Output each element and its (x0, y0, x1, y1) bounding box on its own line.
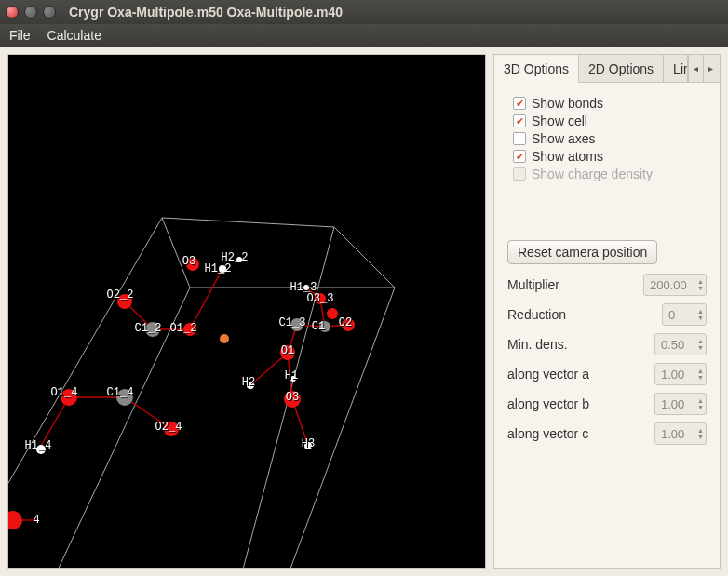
close-icon[interactable] (6, 6, 19, 19)
spinbox-value: 0.50 (661, 338, 694, 352)
tab-scroll-left-icon[interactable]: ◂ (688, 55, 703, 82)
atom-label: O3 (182, 255, 195, 268)
field-vector-a: along vector a 1.00 ▲▼ (507, 363, 707, 385)
menubar: File Calculate (0, 24, 728, 47)
atom-label: C1_3 (279, 316, 306, 329)
tab-scroll-right-icon[interactable]: ▸ (703, 55, 718, 82)
atom-label: H3 (302, 437, 315, 450)
checkbox-icon[interactable] (513, 150, 526, 163)
check-show-axes[interactable]: Show axes (507, 131, 707, 146)
atom-label: O2 (339, 316, 352, 329)
svg-line-2 (162, 218, 190, 288)
field-multiplier: Multiplier 200.00 ▲▼ (507, 274, 707, 296)
atom-label: H2_2 (222, 251, 249, 264)
field-vector-b: along vector b 1.00 ▲▼ (507, 393, 707, 415)
scene-svg (8, 55, 486, 569)
atom-label: O1_4 (51, 386, 78, 399)
panel-3d-body: Show bonds Show cell Show axes Show atom… (494, 83, 720, 465)
checkbox-icon[interactable] (513, 114, 526, 127)
titlebar: Crygr Oxa-Multipole.m50 Oxa-Multipole.m4… (0, 0, 728, 24)
tab-lines[interactable]: Lin (664, 55, 688, 82)
svg-line-0 (162, 218, 334, 227)
maximize-icon[interactable] (43, 6, 56, 19)
tab-3d-options[interactable]: 3D Options (494, 55, 579, 83)
check-label: Show cell (532, 114, 587, 128)
atom-label: O1_2 (170, 322, 197, 335)
mindens-spinbox[interactable]: 0.50 ▲▼ (654, 333, 707, 355)
check-show-charge-density: Show charge density (507, 167, 707, 181)
svg-line-1 (334, 227, 395, 288)
spin-arrows-icon[interactable]: ▲▼ (697, 308, 704, 321)
spinbox-value: 200.00 (650, 278, 694, 292)
spin-arrows-icon[interactable]: ▲▼ (697, 338, 704, 351)
spinbox-value: 1.00 (661, 427, 694, 441)
atom-label: O2_4 (155, 421, 182, 434)
check-label: Show charge density (532, 167, 653, 181)
menu-file[interactable]: File (9, 28, 31, 43)
atom-label: 4 (33, 514, 39, 527)
tabs: 3D Options 2D Options Lin ◂ ▸ (494, 55, 720, 83)
multiplier-spinbox[interactable]: 200.00 ▲▼ (643, 274, 707, 296)
spin-arrows-icon[interactable]: ▲▼ (697, 368, 704, 381)
spin-arrows-icon[interactable]: ▲▼ (697, 397, 704, 410)
field-min-dens: Min. dens. 0.50 ▲▼ (507, 333, 707, 355)
window-title: Crygr Oxa-Multipole.m50 Oxa-Multipole.m4… (69, 5, 343, 20)
check-show-bonds[interactable]: Show bonds (507, 96, 707, 111)
atom-label: O3 (286, 391, 299, 404)
spinbox-value: 0 (668, 308, 694, 322)
field-vector-c: along vector c 1.00 ▲▼ (507, 422, 707, 445)
atom-label: O2_2 (107, 288, 134, 301)
checkbox-icon (513, 167, 526, 181)
checkbox-icon[interactable] (513, 97, 526, 110)
field-label: along vector b (507, 396, 649, 411)
window-controls (6, 6, 56, 19)
spinbox-value: 1.00 (661, 368, 694, 382)
spinbox-value: 1.00 (661, 397, 694, 411)
field-label: along vector c (507, 426, 649, 441)
field-reduction: Reduction 0 ▲▼ (507, 303, 707, 326)
field-label: Multiplier (507, 277, 638, 292)
spin-arrows-icon[interactable]: ▲▼ (697, 278, 704, 291)
atom-label: H1 (285, 369, 298, 382)
vector-c-spinbox[interactable]: 1.00 ▲▼ (654, 422, 707, 445)
check-show-cell[interactable]: Show cell (507, 114, 707, 128)
checkbox-icon[interactable] (513, 132, 526, 145)
field-label: Reduction (507, 307, 656, 322)
spin-arrows-icon[interactable]: ▲▼ (697, 427, 704, 440)
viewport-3d[interactable]: O2_2H1_2O3H2_2C1_2O1_2O1_4C1_4O2_4H1_44H… (7, 54, 486, 569)
field-label: along vector a (507, 367, 649, 382)
sidepanel: 3D Options 2D Options Lin ◂ ▸ Show bonds… (493, 54, 721, 569)
check-label: Show axes (532, 131, 595, 146)
atom-label: O3_3 (307, 292, 334, 305)
atom-label: H2 (242, 376, 255, 389)
svg-line-6 (288, 288, 395, 569)
atom-label: C1_4 (107, 386, 134, 399)
svg-point-45 (220, 334, 229, 343)
check-show-atoms[interactable]: Show atoms (507, 149, 707, 164)
svg-point-32 (8, 511, 22, 529)
svg-point-31 (327, 308, 338, 319)
atom-label: C1_2 (135, 322, 162, 335)
check-label: Show atoms (532, 149, 603, 164)
menu-calculate[interactable]: Calculate (47, 28, 101, 43)
atom-label: O1 (281, 344, 294, 357)
vector-b-spinbox[interactable]: 1.00 ▲▼ (654, 393, 707, 415)
field-label: Min. dens. (507, 337, 649, 352)
main-area: O2_2H1_2O3H2_2C1_2O1_2O1_4C1_4O2_4H1_44H… (0, 47, 728, 576)
reduction-spinbox[interactable]: 0 ▲▼ (662, 303, 707, 326)
atom-label: H1_4 (25, 439, 52, 452)
reset-camera-button[interactable]: Reset camera position (507, 240, 657, 264)
tab-2d-options[interactable]: 2D Options (579, 55, 664, 82)
atom-label: H1_2 (205, 262, 232, 275)
minimize-icon[interactable] (24, 6, 37, 19)
vector-a-spinbox[interactable]: 1.00 ▲▼ (654, 363, 707, 385)
atom-label: C1 (312, 320, 325, 333)
check-label: Show bonds (532, 96, 603, 111)
svg-line-10 (190, 269, 222, 329)
